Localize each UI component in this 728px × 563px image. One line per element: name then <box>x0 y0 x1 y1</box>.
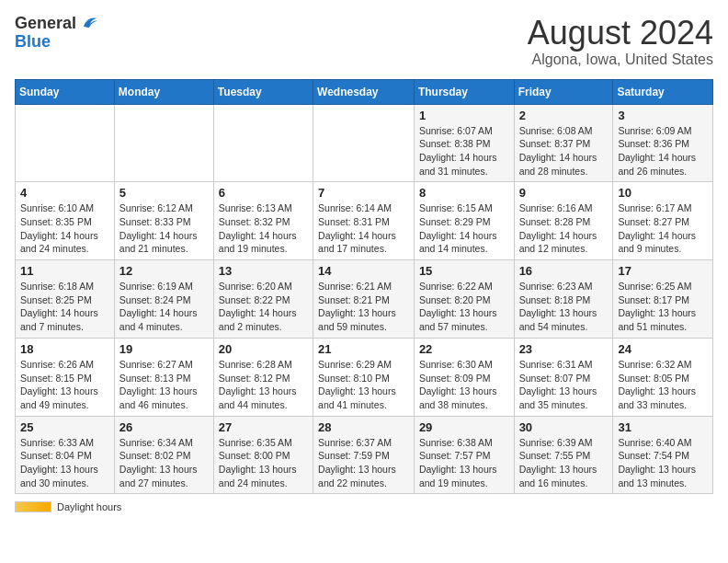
calendar-cell: 17Sunrise: 6:25 AMSunset: 8:17 PMDayligh… <box>613 260 713 339</box>
calendar-week-row: 25Sunrise: 6:33 AMSunset: 8:04 PMDayligh… <box>16 416 713 494</box>
day-info: Sunrise: 6:12 AMSunset: 8:33 PMDaylight:… <box>119 201 209 256</box>
day-info: Sunrise: 6:38 AMSunset: 7:57 PMDaylight:… <box>419 436 509 490</box>
calendar-cell: 18Sunrise: 6:26 AMSunset: 8:15 PMDayligh… <box>16 338 115 416</box>
calendar-cell: 15Sunrise: 6:22 AMSunset: 8:20 PMDayligh… <box>414 260 514 339</box>
calendar-week-row: 11Sunrise: 6:18 AMSunset: 8:25 PMDayligh… <box>16 260 713 339</box>
day-number: 13 <box>219 264 308 278</box>
day-number: 6 <box>219 186 308 200</box>
main-title: August 2024 <box>528 15 713 52</box>
day-number: 4 <box>20 186 109 200</box>
day-number: 10 <box>618 186 708 200</box>
day-info: Sunrise: 6:34 AMSunset: 8:02 PMDaylight:… <box>119 436 209 490</box>
day-number: 14 <box>318 264 409 278</box>
day-info: Sunrise: 6:29 AMSunset: 8:10 PMDaylight:… <box>318 358 409 412</box>
day-number: 11 <box>20 264 109 278</box>
day-info: Sunrise: 6:37 AMSunset: 7:59 PMDaylight:… <box>318 436 409 490</box>
logo-blue: Blue <box>15 33 51 52</box>
day-info: Sunrise: 6:13 AMSunset: 8:32 PMDaylight:… <box>219 201 308 256</box>
day-of-week-header: Tuesday <box>213 79 313 104</box>
daylight-bar-icon <box>15 501 51 512</box>
day-info: Sunrise: 6:25 AMSunset: 8:17 PMDaylight:… <box>618 280 708 334</box>
calendar-week-row: 4Sunrise: 6:10 AMSunset: 8:35 PMDaylight… <box>16 182 713 260</box>
calendar-cell: 3Sunrise: 6:09 AMSunset: 8:36 PMDaylight… <box>613 104 713 182</box>
calendar-cell: 21Sunrise: 6:29 AMSunset: 8:10 PMDayligh… <box>313 338 415 416</box>
day-number: 27 <box>219 420 308 434</box>
header: General Blue August 2024 Algona, Iowa, U… <box>15 15 713 68</box>
day-info: Sunrise: 6:39 AMSunset: 7:55 PMDaylight:… <box>519 436 609 490</box>
day-info: Sunrise: 6:32 AMSunset: 8:05 PMDaylight:… <box>618 358 708 412</box>
title-area: August 2024 Algona, Iowa, United States <box>528 15 713 68</box>
day-number: 1 <box>419 109 509 122</box>
day-info: Sunrise: 6:22 AMSunset: 8:20 PMDaylight:… <box>419 280 509 334</box>
calendar-cell: 7Sunrise: 6:14 AMSunset: 8:31 PMDaylight… <box>313 182 415 260</box>
calendar-cell: 12Sunrise: 6:19 AMSunset: 8:24 PMDayligh… <box>114 260 213 339</box>
day-number: 18 <box>20 342 109 356</box>
calendar-cell: 2Sunrise: 6:08 AMSunset: 8:37 PMDaylight… <box>514 104 613 182</box>
day-number: 30 <box>519 420 609 434</box>
day-info: Sunrise: 6:09 AMSunset: 8:36 PMDaylight:… <box>618 124 708 178</box>
day-number: 24 <box>618 342 708 356</box>
day-info: Sunrise: 6:08 AMSunset: 8:37 PMDaylight:… <box>519 124 609 178</box>
day-info: Sunrise: 6:30 AMSunset: 8:09 PMDaylight:… <box>419 358 509 412</box>
day-info: Sunrise: 6:26 AMSunset: 8:15 PMDaylight:… <box>20 358 109 412</box>
logo-bird-icon <box>78 13 98 33</box>
day-info: Sunrise: 6:28 AMSunset: 8:12 PMDaylight:… <box>219 358 308 412</box>
calendar-cell: 10Sunrise: 6:17 AMSunset: 8:27 PMDayligh… <box>613 182 713 260</box>
day-of-week-header: Saturday <box>613 79 713 104</box>
logo-general: General <box>15 15 76 33</box>
day-number: 12 <box>119 264 209 278</box>
calendar-cell <box>114 104 213 182</box>
day-number: 28 <box>318 420 409 434</box>
calendar-cell: 6Sunrise: 6:13 AMSunset: 8:32 PMDaylight… <box>213 182 313 260</box>
day-number: 21 <box>318 342 409 356</box>
day-number: 19 <box>119 342 209 356</box>
calendar-cell: 29Sunrise: 6:38 AMSunset: 7:57 PMDayligh… <box>414 416 514 494</box>
day-number: 26 <box>119 420 209 434</box>
calendar-header: SundayMondayTuesdayWednesdayThursdayFrid… <box>16 79 713 104</box>
day-number: 15 <box>419 264 509 278</box>
calendar-week-row: 1Sunrise: 6:07 AMSunset: 8:38 PMDaylight… <box>16 104 713 182</box>
day-info: Sunrise: 6:40 AMSunset: 7:54 PMDaylight:… <box>618 436 708 490</box>
day-number: 3 <box>618 109 708 122</box>
calendar-cell <box>16 104 115 182</box>
day-number: 20 <box>219 342 308 356</box>
day-info: Sunrise: 6:15 AMSunset: 8:29 PMDaylight:… <box>419 201 509 256</box>
day-info: Sunrise: 6:21 AMSunset: 8:21 PMDaylight:… <box>318 280 409 334</box>
calendar-cell: 8Sunrise: 6:15 AMSunset: 8:29 PMDaylight… <box>414 182 514 260</box>
calendar-cell: 28Sunrise: 6:37 AMSunset: 7:59 PMDayligh… <box>313 416 415 494</box>
calendar-cell: 27Sunrise: 6:35 AMSunset: 8:00 PMDayligh… <box>213 416 313 494</box>
day-number: 31 <box>618 420 708 434</box>
day-number: 7 <box>318 186 409 200</box>
day-of-week-header: Sunday <box>16 79 115 104</box>
day-info: Sunrise: 6:19 AMSunset: 8:24 PMDaylight:… <box>119 280 209 334</box>
day-number: 25 <box>20 420 109 434</box>
day-info: Sunrise: 6:33 AMSunset: 8:04 PMDaylight:… <box>20 436 109 490</box>
calendar-cell: 4Sunrise: 6:10 AMSunset: 8:35 PMDaylight… <box>16 182 115 260</box>
calendar-cell: 13Sunrise: 6:20 AMSunset: 8:22 PMDayligh… <box>213 260 313 339</box>
calendar-cell <box>313 104 415 182</box>
footer: Daylight hours <box>15 501 713 512</box>
calendar-cell: 24Sunrise: 6:32 AMSunset: 8:05 PMDayligh… <box>613 338 713 416</box>
calendar-cell: 14Sunrise: 6:21 AMSunset: 8:21 PMDayligh… <box>313 260 415 339</box>
calendar-table: SundayMondayTuesdayWednesdayThursdayFrid… <box>15 79 713 495</box>
day-number: 9 <box>519 186 609 200</box>
calendar-cell: 26Sunrise: 6:34 AMSunset: 8:02 PMDayligh… <box>114 416 213 494</box>
day-of-week-header: Wednesday <box>313 79 415 104</box>
day-of-week-header: Friday <box>514 79 613 104</box>
calendar-cell: 25Sunrise: 6:33 AMSunset: 8:04 PMDayligh… <box>16 416 115 494</box>
logo: General Blue <box>15 15 98 52</box>
calendar-cell: 19Sunrise: 6:27 AMSunset: 8:13 PMDayligh… <box>114 338 213 416</box>
day-info: Sunrise: 6:20 AMSunset: 8:22 PMDaylight:… <box>219 280 308 334</box>
day-info: Sunrise: 6:35 AMSunset: 8:00 PMDaylight:… <box>219 436 308 490</box>
day-info: Sunrise: 6:17 AMSunset: 8:27 PMDaylight:… <box>618 201 708 256</box>
day-number: 8 <box>419 186 509 200</box>
day-info: Sunrise: 6:16 AMSunset: 8:28 PMDaylight:… <box>519 201 609 256</box>
day-number: 17 <box>618 264 708 278</box>
calendar-cell: 30Sunrise: 6:39 AMSunset: 7:55 PMDayligh… <box>514 416 613 494</box>
calendar-cell <box>213 104 313 182</box>
day-info: Sunrise: 6:10 AMSunset: 8:35 PMDaylight:… <box>20 201 109 256</box>
day-number: 2 <box>519 109 609 122</box>
day-number: 22 <box>419 342 509 356</box>
calendar-week-row: 18Sunrise: 6:26 AMSunset: 8:15 PMDayligh… <box>16 338 713 416</box>
day-number: 23 <box>519 342 609 356</box>
